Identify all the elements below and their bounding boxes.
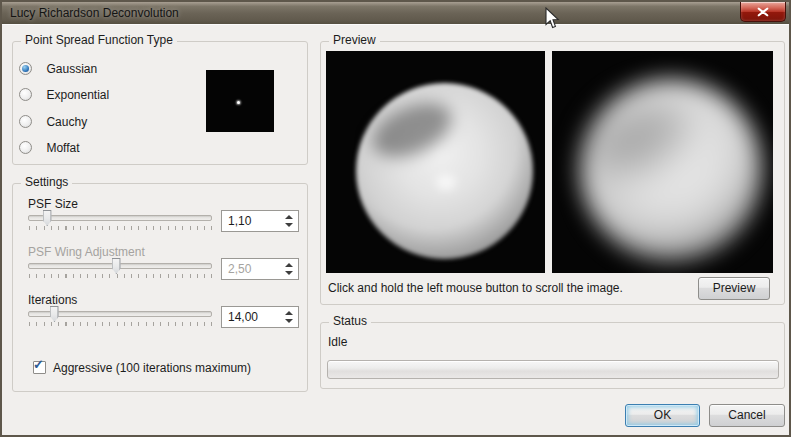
iterations-slider-thumb[interactable] [50, 306, 59, 322]
radio-button-icon [19, 115, 32, 128]
settings-group: Settings PSF Size 1,10 PSF Wing Adjustme… [12, 183, 308, 392]
radio-cauchy-label: Cauchy [46, 115, 87, 129]
close-button[interactable] [740, 2, 786, 22]
preview-image-original[interactable] [552, 51, 773, 273]
status-group-title: Status [329, 314, 371, 329]
psf-size-slider[interactable] [28, 215, 212, 221]
spinner-arrows-icon [282, 259, 296, 279]
psf-wing-slider-thumb [112, 258, 121, 274]
cancel-button[interactable]: Cancel [709, 404, 785, 427]
preview-group: Preview Click and hold the left mouse bu… [320, 41, 785, 305]
iterations-slider-ticks [29, 322, 212, 326]
radio-exponential-label: Exponential [46, 88, 109, 102]
psf-kernel-preview [206, 70, 274, 132]
radio-moffat-label: Moffat [46, 141, 79, 155]
psf-size-value: 1,10 [228, 211, 251, 231]
planet-limb-shading [356, 83, 533, 259]
progress-bar [327, 360, 779, 379]
ok-button[interactable]: OK [625, 404, 700, 427]
iterations-label: Iterations [28, 293, 77, 307]
psf-wing-label: PSF Wing Adjustment [28, 245, 145, 259]
radio-button-icon [19, 141, 32, 154]
preview-image-processed[interactable] [326, 51, 545, 273]
check-icon: ✓ [33, 357, 44, 372]
status-text: Idle [328, 335, 347, 349]
planet-disc-sharp [356, 83, 533, 259]
radio-gaussian[interactable]: Gaussian [19, 59, 97, 73]
status-group: Status Idle [320, 322, 785, 389]
lucy-richardson-dialog: Lucy Richardson Deconvolution Point Spre… [0, 0, 791, 437]
psf-wing-slider-ticks [29, 274, 212, 278]
psf-wing-value: 2,50 [228, 259, 251, 279]
spinner-arrows-icon[interactable] [282, 307, 296, 327]
psf-size-label: PSF Size [28, 197, 78, 211]
psf-size-spinbox[interactable]: 1,10 [221, 210, 299, 232]
settings-group-title: Settings [21, 175, 72, 190]
aggressive-checkbox-label[interactable]: Aggressive (100 iterations maximum) [53, 361, 251, 375]
spinner-arrows-icon[interactable] [282, 211, 296, 231]
psf-size-slider-thumb[interactable] [43, 210, 52, 226]
title-bar[interactable]: Lucy Richardson Deconvolution [2, 2, 789, 25]
scroll-hint-text: Click and hold the left mouse button to … [328, 281, 623, 295]
iterations-spinbox[interactable]: 14,00 [221, 306, 299, 328]
preview-group-title: Preview [329, 33, 380, 48]
psf-size-slider-ticks [29, 226, 212, 230]
radio-gaussian-label: Gaussian [46, 62, 97, 76]
radio-exponential[interactable]: Exponential [19, 85, 109, 99]
dialog-title: Lucy Richardson Deconvolution [10, 2, 179, 24]
psf-type-group: Point Spread Function Type Gaussian Expo… [12, 41, 308, 165]
radio-button-icon [19, 88, 32, 101]
radio-moffat[interactable]: Moffat [19, 138, 80, 152]
psf-group-title: Point Spread Function Type [21, 33, 177, 48]
radio-cauchy[interactable]: Cauchy [19, 112, 87, 126]
psf-wing-spinbox: 2,50 [221, 258, 299, 280]
planet-limb-shading [580, 79, 762, 261]
preview-button[interactable]: Preview [698, 277, 770, 300]
psf-point-icon [237, 101, 240, 104]
planet-disc-blurry [580, 79, 762, 261]
radio-button-icon [19, 62, 32, 75]
iterations-value: 14,00 [228, 307, 258, 327]
aggressive-checkbox[interactable]: ✓ [33, 361, 46, 374]
close-icon [758, 7, 769, 16]
iterations-slider[interactable] [28, 311, 212, 317]
psf-wing-slider [28, 263, 212, 269]
